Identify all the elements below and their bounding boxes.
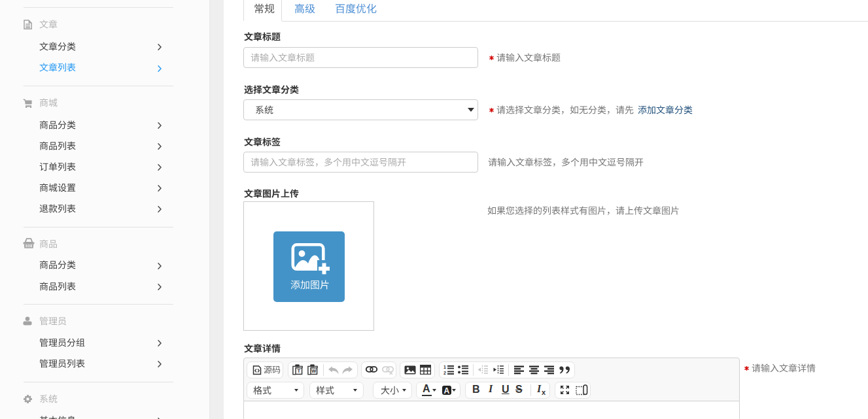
svg-text:W: W	[311, 368, 317, 374]
svg-text:2: 2	[443, 371, 446, 375]
svg-text:T: T	[298, 368, 301, 374]
svg-text:1: 1	[443, 365, 446, 369]
